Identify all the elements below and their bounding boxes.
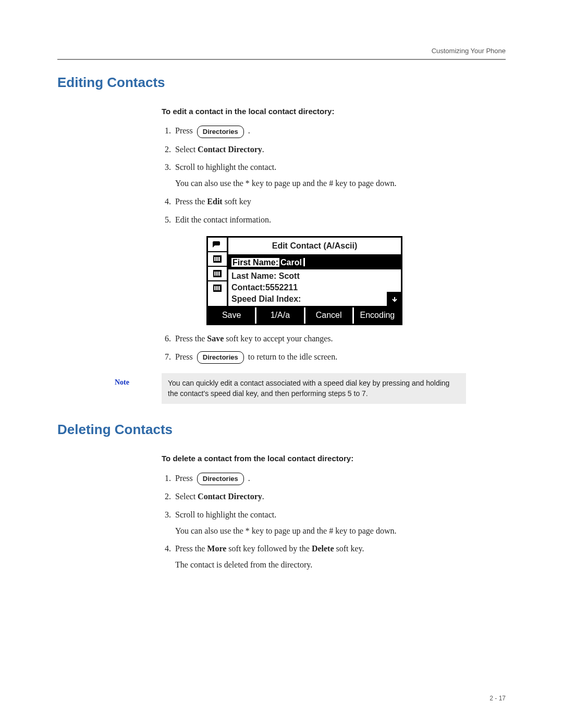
text: Press xyxy=(175,126,193,135)
text: soft key xyxy=(223,197,251,206)
svg-rect-3 xyxy=(217,257,218,261)
svg-rect-7 xyxy=(216,272,217,276)
text: Press the xyxy=(175,544,207,553)
lcd-field-label: Contact: xyxy=(231,283,265,292)
text: to return to the idle screen. xyxy=(248,352,338,361)
text: soft key. xyxy=(334,544,364,553)
text: Scroll to highlight the contact. xyxy=(175,510,276,519)
lcd-body: First Name:Carol Last Name: Scott Contac… xyxy=(227,256,401,306)
edit-procedure-heading: To edit a contact in the local contact d… xyxy=(162,105,506,117)
softkey-input-mode: 1/A/a xyxy=(256,307,305,324)
text: . xyxy=(248,474,250,483)
edit-step-1: Press Directories . xyxy=(173,125,506,138)
text: Press xyxy=(175,352,193,361)
delete-step-1: Press Directories . xyxy=(173,472,506,485)
contact-directory-term: Contact Directory xyxy=(198,145,262,154)
svg-rect-9 xyxy=(219,272,220,276)
svg-rect-2 xyxy=(216,257,217,261)
delete-step-3: Scroll to highlight the contact. You can… xyxy=(173,509,506,538)
header-rule xyxy=(57,59,506,60)
softkey-save: Save xyxy=(208,307,256,324)
phone-line-icon xyxy=(208,267,227,281)
text: soft key to accept your changes. xyxy=(224,334,333,343)
directories-key: Directories xyxy=(197,126,244,138)
text: Edit the contact information. xyxy=(175,215,271,224)
lcd-field-label: Speed Dial Index: xyxy=(231,294,301,303)
note-text: You can quickly edit a contact associate… xyxy=(162,373,466,404)
svg-rect-6 xyxy=(214,272,215,276)
edit-step-7: Press Directories to return to the idle … xyxy=(173,351,506,364)
phone-line-icon xyxy=(208,238,227,252)
text: Press the xyxy=(175,197,207,206)
delete-step-2: Select Contact Directory. xyxy=(173,490,506,503)
contact-directory-term: Contact Directory xyxy=(198,492,262,501)
running-header: Customizing Your Phone xyxy=(57,47,506,55)
text: Press the xyxy=(175,334,207,343)
svg-rect-11 xyxy=(214,286,215,290)
lcd-title: Edit Contact (A/Ascii) xyxy=(227,238,401,256)
svg-rect-13 xyxy=(217,286,218,290)
phone-lcd-screenshot: Edit Contact (A/Ascii) First Name:Carol … xyxy=(206,236,506,326)
delete-step-4-extra: The contact is deleted from the director… xyxy=(175,559,506,572)
phone-line-icon xyxy=(208,252,227,267)
text: . xyxy=(262,492,264,501)
lcd-contact-value: 5552211 xyxy=(265,283,298,292)
delete-procedure-heading: To delete a contact from the local conta… xyxy=(162,452,506,464)
text: Select xyxy=(175,145,198,154)
heading-editing-contacts: Editing Contacts xyxy=(57,75,506,91)
edit-step-2: Select Contact Directory. xyxy=(173,143,506,156)
scroll-down-icon xyxy=(387,292,402,307)
text: soft key followed by the xyxy=(226,544,312,553)
svg-rect-8 xyxy=(217,272,218,276)
svg-rect-1 xyxy=(214,257,215,261)
text: Press xyxy=(175,474,193,483)
heading-deleting-contacts: Deleting Contacts xyxy=(57,422,506,438)
svg-rect-14 xyxy=(219,286,220,290)
text: Scroll to highlight the contact. xyxy=(175,163,276,171)
lcd-last-name-value: Scott xyxy=(279,272,300,280)
text-cursor-icon xyxy=(303,258,305,266)
note-label: Note xyxy=(115,373,162,387)
lcd-field-label: Last Name: xyxy=(231,272,276,280)
softkey-encoding: Encoding xyxy=(354,307,401,324)
svg-rect-4 xyxy=(219,257,220,261)
edit-step-5: Edit the contact information. xyxy=(173,214,506,325)
page-number: 2 - 17 xyxy=(489,695,506,702)
softkey-cancel: Cancel xyxy=(305,307,354,324)
delete-step-4: Press the More soft key followed by the … xyxy=(173,542,506,572)
note-callout: Note You can quickly edit a contact asso… xyxy=(115,373,506,404)
delete-steps-list: Press Directories . Select Contact Direc… xyxy=(162,472,506,572)
lcd-field-label: First Name: xyxy=(231,258,279,267)
save-softkey-term: Save xyxy=(207,334,224,343)
edit-step-6: Press the Save soft key to accept your c… xyxy=(173,332,506,346)
edit-step-4: Press the Edit soft key xyxy=(173,195,506,208)
delete-softkey-term: Delete xyxy=(312,544,334,553)
lcd-line-icons xyxy=(208,238,227,306)
text: . xyxy=(262,145,264,154)
text: . xyxy=(248,126,250,135)
phone-line-icon xyxy=(208,281,227,295)
lcd-first-name-value: Carol xyxy=(279,258,303,267)
svg-rect-12 xyxy=(216,286,217,290)
edit-steps-list: Press Directories . Select Contact Direc… xyxy=(162,125,506,364)
text: Select xyxy=(175,492,198,501)
directories-key: Directories xyxy=(197,473,244,485)
edit-step-3: Scroll to highlight the contact. You can… xyxy=(173,161,506,190)
more-softkey-term: More xyxy=(207,544,226,553)
lcd-softkey-row: Save 1/A/a Cancel Encoding xyxy=(208,306,401,324)
delete-step-3-extra: You can also use the * key to page up an… xyxy=(175,525,506,538)
edit-softkey-term: Edit xyxy=(207,197,222,206)
edit-step-3-extra: You can also use the * key to page up an… xyxy=(175,177,506,190)
directories-key: Directories xyxy=(197,351,244,364)
